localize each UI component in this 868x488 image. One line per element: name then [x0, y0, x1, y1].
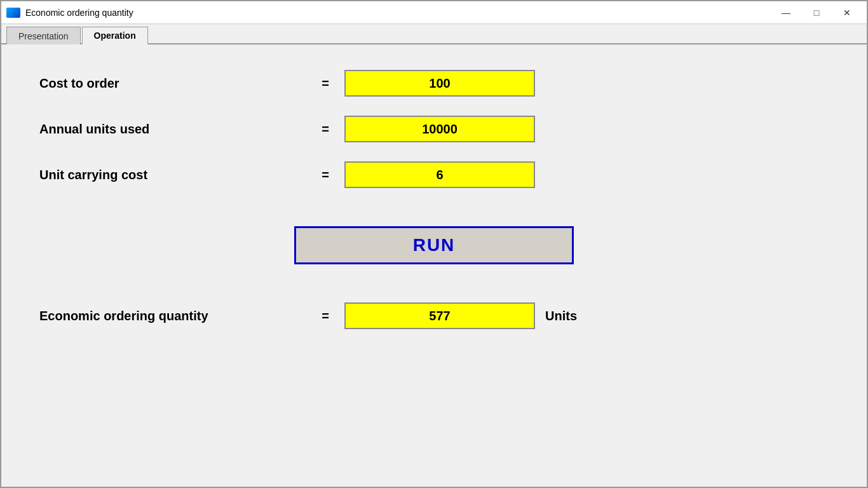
unit-carrying-cost-row: Unit carrying cost = [39, 161, 829, 188]
run-button-row: RUN [39, 226, 829, 264]
minimize-button[interactable]: — [771, 3, 801, 22]
tab-presentation[interactable]: Presentation [6, 27, 81, 44]
window-title: Economic ordering quantity [25, 8, 133, 18]
cost-to-order-row: Cost to order = [39, 70, 829, 97]
annual-units-used-equals: = [306, 122, 344, 137]
app-window: Economic ordering quantity — □ ✕ Present… [0, 0, 868, 488]
cost-to-order-label: Cost to order [39, 76, 306, 91]
title-bar: Economic ordering quantity — □ ✕ [1, 1, 867, 24]
unit-carrying-cost-input[interactable] [344, 161, 535, 188]
tab-operation[interactable]: Operation [82, 27, 148, 44]
units-label: Units [545, 309, 577, 323]
maximize-button[interactable]: □ [802, 3, 831, 22]
annual-units-used-input[interactable] [344, 116, 535, 142]
window-controls: — □ ✕ [771, 3, 862, 22]
title-bar-left: Economic ordering quantity [6, 8, 133, 18]
result-equals: = [306, 309, 344, 323]
unit-carrying-cost-equals: = [306, 168, 344, 182]
cost-to-order-equals: = [306, 76, 344, 91]
app-icon [6, 8, 20, 18]
result-label: Economic ordering quantity [39, 309, 306, 323]
cost-to-order-input[interactable] [344, 70, 535, 97]
unit-carrying-cost-label: Unit carrying cost [39, 168, 306, 182]
run-button[interactable]: RUN [294, 226, 574, 264]
result-row: Economic ordering quantity = Units [39, 302, 829, 329]
annual-units-used-row: Annual units used = [39, 116, 829, 142]
main-content: Cost to order = Annual units used = Unit… [1, 44, 867, 487]
close-button[interactable]: ✕ [832, 3, 862, 22]
annual-units-used-label: Annual units used [39, 122, 306, 137]
tab-bar: Presentation Operation [1, 24, 867, 44]
result-value-input[interactable] [344, 302, 535, 329]
